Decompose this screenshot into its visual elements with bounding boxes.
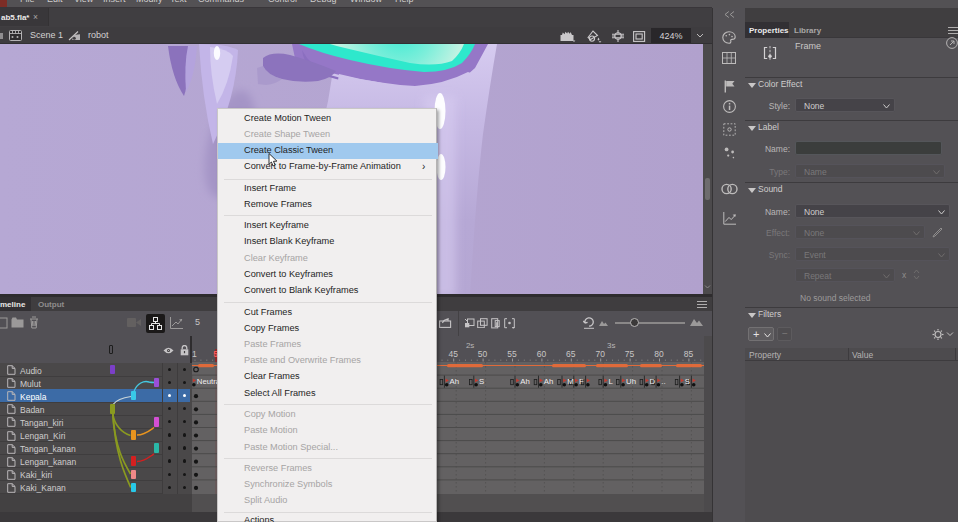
svg-text:S: S bbox=[479, 377, 484, 386]
svg-text:70: 70 bbox=[595, 349, 605, 359]
svg-text:1: 1 bbox=[192, 349, 197, 359]
svg-text:Ah: Ah bbox=[450, 377, 460, 386]
svg-text:80: 80 bbox=[654, 349, 664, 359]
svg-text:Uh: Uh bbox=[626, 377, 636, 386]
svg-text:Ah: Ah bbox=[544, 377, 554, 386]
svg-text:55: 55 bbox=[507, 349, 517, 359]
svg-text:2s: 2s bbox=[466, 341, 474, 350]
svg-text:M: M bbox=[567, 377, 574, 386]
svg-text:L: L bbox=[608, 377, 613, 386]
svg-text:75: 75 bbox=[625, 349, 635, 359]
svg-text:..: .. bbox=[661, 377, 665, 386]
svg-text:65: 65 bbox=[566, 349, 576, 359]
svg-text:S: S bbox=[685, 377, 690, 386]
svg-text:D: D bbox=[650, 377, 656, 386]
svg-text:F: F bbox=[579, 377, 584, 386]
svg-text:Ah: Ah bbox=[520, 377, 530, 386]
svg-text:60: 60 bbox=[537, 349, 547, 359]
svg-text:50: 50 bbox=[478, 349, 488, 359]
svg-text:85: 85 bbox=[684, 349, 694, 359]
svg-text:45: 45 bbox=[448, 349, 458, 359]
svg-text:3s: 3s bbox=[607, 341, 615, 350]
